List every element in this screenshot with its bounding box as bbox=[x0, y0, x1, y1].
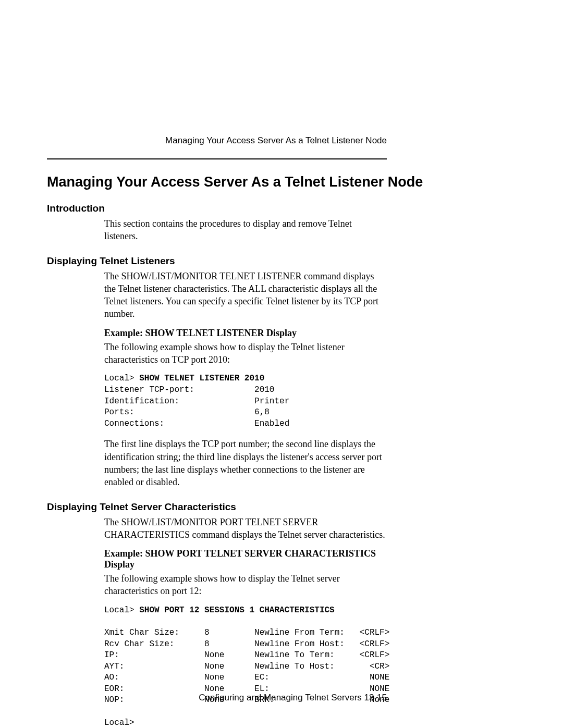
disp-server-example-heading: Example: SHOW PORT TELNET SERVER CHARACT… bbox=[104, 548, 387, 570]
section-heading-displaying-server: Displaying Telnet Server Characteristics bbox=[47, 501, 516, 513]
disp-server-para2: The following example shows how to displ… bbox=[104, 572, 387, 598]
intro-text: This section contains the procedures to … bbox=[104, 217, 387, 243]
header-rule bbox=[47, 158, 387, 159]
code-command: SHOW PORT 12 SESSIONS 1 CHARACTERISTICS bbox=[139, 606, 334, 615]
disp-server-code: Local> SHOW PORT 12 SESSIONS 1 CHARACTER… bbox=[104, 605, 387, 728]
page-footer: Configuring and Managing Telnet Servers … bbox=[0, 693, 516, 703]
code-output: Listener TCP-port: 2010 Identification: … bbox=[104, 385, 289, 428]
disp-listeners-code: Local> SHOW TELNET LISTENER 2010 Listene… bbox=[104, 373, 387, 429]
disp-listeners-example-heading: Example: SHOW TELNET LISTENER Display bbox=[104, 328, 387, 339]
running-header: Managing Your Access Server As a Telnet … bbox=[47, 135, 516, 146]
disp-server-para1: The SHOW/LIST/MONITOR PORT TELNET SERVER… bbox=[104, 516, 387, 541]
page: Managing Your Access Server As a Telnet … bbox=[0, 0, 563, 728]
section-heading-displaying-listeners: Displaying Telnet Listeners bbox=[47, 255, 516, 267]
section-heading-introduction: Introduction bbox=[47, 203, 516, 214]
disp-listeners-para1: The SHOW/LIST/MONITOR TELNET LISTENER co… bbox=[104, 270, 387, 320]
code-prompt: Local> bbox=[104, 374, 139, 383]
code-prompt: Local> bbox=[104, 606, 139, 615]
displaying-listeners-body: The SHOW/LIST/MONITOR TELNET LISTENER co… bbox=[104, 270, 387, 489]
disp-listeners-para2: The following example shows how to displ… bbox=[104, 341, 387, 366]
code-command: SHOW TELNET LISTENER 2010 bbox=[139, 374, 264, 383]
disp-listeners-para3: The first line displays the TCP port num… bbox=[104, 438, 387, 488]
code-output: Xmit Char Size: 8 Newline From Term: <CR… bbox=[104, 628, 389, 727]
page-title: Managing Your Access Server As a Telnet … bbox=[47, 174, 516, 190]
intro-body: This section contains the procedures to … bbox=[104, 217, 387, 243]
